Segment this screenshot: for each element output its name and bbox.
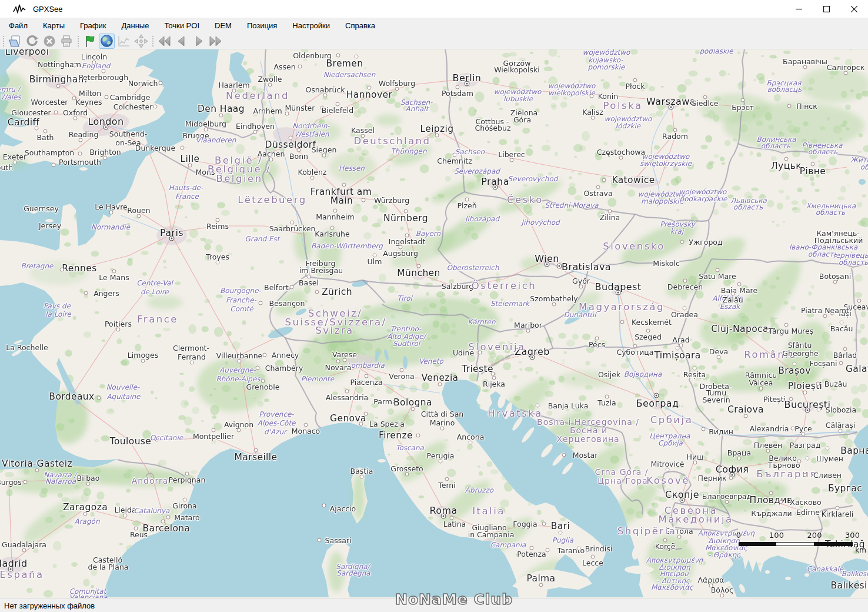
map-label: Zwolle	[258, 75, 282, 84]
map-label: Slovenija	[468, 341, 525, 352]
map-label: Bilbao	[77, 474, 100, 483]
map-label: Centre-Val	[136, 279, 173, 287]
close-button[interactable]	[840, 0, 868, 18]
city-dot-icon	[802, 433, 806, 437]
show-map-button[interactable]	[99, 34, 115, 49]
map-label: Slobozia	[826, 405, 856, 414]
map-scale-bar: km 0100200300	[734, 531, 860, 556]
map-label: podkarpackie	[680, 195, 727, 203]
map-label: Severozápad	[454, 167, 500, 175]
map-label: Szeged	[635, 332, 662, 341]
map-label: Kassel	[351, 126, 375, 135]
print-button[interactable]	[58, 34, 74, 49]
map-label: France	[137, 314, 178, 325]
city-dot-icon	[839, 429, 843, 433]
map-label: Grand Est	[245, 235, 279, 243]
map-label: Bordeaux	[49, 391, 94, 402]
city-dot-icon	[717, 355, 721, 360]
map-label: Bonn	[289, 152, 308, 161]
city-dot-icon	[336, 360, 340, 364]
map-label: Кърджали	[751, 509, 792, 518]
scale-tick: 300	[845, 531, 860, 540]
map-view[interactable]: LiverpoolLincolnNottinghamEnglandBirming…	[0, 49, 868, 598]
open-file-button[interactable]	[7, 34, 23, 49]
maximize-button[interactable]	[813, 0, 840, 18]
menu-item-0[interactable]: Файл	[1, 19, 35, 32]
map-label: Μακεδονίας	[651, 583, 693, 591]
map-label: Timișoara	[654, 350, 700, 361]
city-dot-icon	[345, 390, 349, 394]
capital-dot-icon	[465, 81, 470, 87]
map-label: Troyes	[206, 252, 229, 261]
city-dot-icon	[216, 261, 220, 265]
map-label: Limoges	[128, 351, 158, 360]
menu-item-4[interactable]: Точки POI	[156, 19, 207, 32]
city-dot-icon	[24, 480, 28, 484]
show-position-button	[133, 34, 149, 49]
minimize-button[interactable]	[785, 0, 813, 18]
city-dot-icon	[725, 500, 729, 504]
map-label: Thüringen	[390, 147, 426, 155]
map-label: Leipzig	[420, 124, 453, 134]
map-label: Баранавічы	[783, 57, 827, 66]
map-label: Keynes	[76, 98, 102, 107]
menu-item-6[interactable]: Позиция	[239, 19, 285, 32]
menu-item-3[interactable]: Данные	[113, 19, 156, 32]
capital-dot-icon	[669, 105, 674, 110]
city-dot-icon	[35, 468, 39, 473]
map-label: Marseille	[235, 452, 278, 463]
reload-file-button[interactable]	[24, 34, 40, 49]
map-label: Grenoble	[246, 382, 280, 391]
menu-item-7[interactable]: Настройки	[285, 19, 338, 32]
map-label: Banja Luka	[548, 401, 589, 410]
map-label: Toulouse	[110, 436, 152, 447]
menu-item-1[interactable]: Карты	[35, 19, 72, 32]
menu-item-5[interactable]: DEM	[207, 19, 239, 32]
city-dot-icon	[78, 152, 82, 156]
map-label: Siedlce	[692, 99, 718, 108]
map-label: d'Azur	[264, 428, 286, 436]
map-label: Hauts-de-	[169, 184, 203, 192]
close-file-button[interactable]	[41, 34, 57, 49]
menu-item-2[interactable]: График	[72, 19, 113, 32]
map-label: pomorskie	[588, 63, 625, 71]
scale-unit: km	[855, 546, 866, 554]
map-label: Venezia	[421, 372, 458, 383]
map-label: Bologna	[393, 397, 432, 408]
city-dot-icon	[811, 162, 815, 167]
map-label: Andorra	[132, 476, 169, 485]
map-label: Ниш	[687, 453, 704, 461]
map-label: Katowice	[612, 175, 655, 185]
city-dot-icon	[123, 514, 128, 518]
city-dot-icon	[633, 78, 637, 82]
map-label: España	[0, 569, 44, 580]
map-label: Slovensko	[603, 241, 665, 252]
city-dot-icon	[373, 254, 377, 258]
menu-item-8[interactable]: Справка	[338, 19, 383, 32]
map-label: de la Plana	[88, 563, 129, 571]
map-label: область	[808, 250, 837, 258]
city-dot-icon	[74, 117, 78, 121]
map-label: Dunkerque	[135, 144, 175, 152]
city-dot-icon	[803, 65, 807, 69]
print-icon	[60, 35, 73, 48]
map-label: Aquitaine	[107, 393, 141, 401]
map-label: Milton	[79, 89, 101, 98]
city-dot-icon	[116, 328, 121, 332]
city-dot-icon	[465, 198, 469, 202]
city-dot-icon	[716, 268, 720, 272]
toolbar	[0, 33, 868, 49]
city-dot-icon	[439, 460, 443, 464]
map-label: Deutschland	[353, 135, 430, 147]
map-label: Novara	[325, 363, 352, 372]
map-label: Kärnten	[468, 318, 495, 326]
menu-bar: ФайлКартыГрафикДанныеТочки POIDEMПозиция…	[0, 18, 868, 33]
reload-icon	[26, 35, 39, 48]
map-label: Liberec	[498, 150, 525, 159]
map-label: Exeter	[3, 152, 26, 161]
toolbar-separator	[76, 35, 80, 48]
show-poi-button[interactable]	[82, 34, 98, 49]
map-label: Oradea	[671, 310, 698, 319]
map-label: Kalisz	[582, 108, 603, 117]
map-label: Bremen	[326, 58, 363, 69]
